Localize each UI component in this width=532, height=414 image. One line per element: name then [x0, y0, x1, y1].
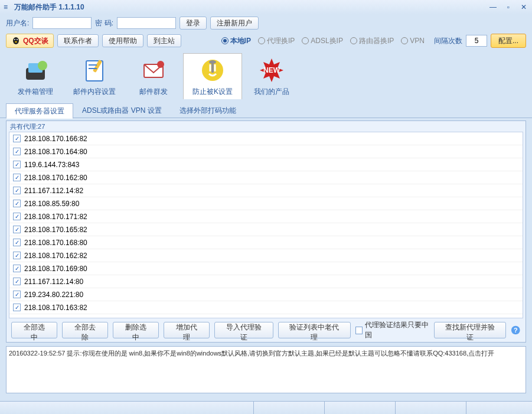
outbox-icon	[21, 56, 50, 84]
contact-button[interactable]: 联系作者	[57, 34, 99, 47]
proxy-row[interactable]: ✓219.234.80.221:80	[9, 288, 523, 301]
proxy-row[interactable]: ✓119.6.144.73:843	[9, 158, 523, 171]
add-proxy-button[interactable]: 增加代理	[164, 322, 210, 338]
proxy-address: 218.108.85.59:80	[24, 200, 79, 208]
proxy-panel: 共有代理:27 ✓218.108.170.166:82✓218.108.170.…	[6, 120, 526, 343]
proxy-row[interactable]: ✓218.108.170.171:82	[9, 210, 523, 223]
proxy-address: 218.108.170.162:82	[24, 252, 87, 260]
delete-selected-button[interactable]: 删除选中	[113, 322, 159, 338]
svg-text:?: ?	[514, 327, 518, 334]
select-all-button[interactable]: 全部选中	[11, 322, 57, 338]
checkbox-icon[interactable]: ✓	[13, 174, 21, 181]
ribbon-products[interactable]: NEW 我们的产品	[242, 53, 301, 99]
ribbon-send[interactable]: 邮件群发	[124, 53, 183, 99]
proxy-row[interactable]: ✓218.108.170.162:82	[9, 249, 523, 262]
status-cell-5	[466, 402, 532, 414]
ribbon-outbox[interactable]: 发件箱管理	[6, 53, 65, 99]
radio-local-ip[interactable]: 本地IP	[221, 36, 251, 46]
find-new-button[interactable]: 查找新代理并验证	[434, 322, 506, 338]
titlebar: ≡ 万能邮件助手 1.1.1.10	[0, 0, 532, 14]
checkbox-icon[interactable]: ✓	[13, 239, 21, 246]
login-button[interactable]: 登录	[179, 17, 207, 30]
proxy-address: 218.108.170.171:82	[24, 213, 87, 221]
login-row: 用户名: 密 码: 登录 注册新用户	[0, 14, 532, 32]
app-icon: ≡	[4, 4, 11, 11]
proxy-row[interactable]: ✓218.108.170.166:82	[9, 132, 523, 145]
remove-all-button[interactable]: 全部去除	[62, 322, 108, 338]
verify-old-button[interactable]: 验证列表中老代理	[278, 322, 350, 338]
checkbox-icon[interactable]: ✓	[13, 187, 21, 194]
ribbon-send-label: 邮件群发	[139, 87, 168, 97]
interval-input[interactable]	[466, 35, 487, 47]
close-button[interactable]: ✕	[519, 2, 528, 12]
qq-label: QQ交谈	[23, 36, 48, 46]
checkbox-icon[interactable]: ✓	[13, 304, 21, 311]
tab-adsl[interactable]: ADSL或路由器 VPN 设置	[73, 103, 171, 118]
proxy-row[interactable]: ✓218.108.85.59:80	[9, 197, 523, 210]
svg-text:NEW: NEW	[263, 66, 280, 74]
checkbox-icon[interactable]: ✓	[13, 265, 21, 272]
checkbox-icon[interactable]: ✓	[13, 226, 21, 233]
minimize-button[interactable]: —	[488, 2, 498, 12]
proxy-list[interactable]: ✓218.108.170.166:82✓218.108.170.164:80✓1…	[9, 132, 523, 318]
statusbar	[0, 401, 532, 414]
proxy-row[interactable]: ✓218.108.170.163:82	[9, 301, 523, 314]
proxy-address: 218.108.170.164:80	[24, 148, 87, 156]
radio-router-ip[interactable]: 路由器换IP	[350, 36, 394, 46]
tab-proxy[interactable]: 代理服务器设置	[6, 103, 73, 119]
china-only-checkbox[interactable]: 代理验证结果只要中国	[355, 320, 430, 340]
proxy-row[interactable]: ✓211.167.112.14:82	[9, 184, 523, 197]
proxy-address: 211.167.112.14:80	[24, 278, 83, 286]
svg-point-15	[209, 60, 216, 64]
config-button[interactable]: 配置...	[491, 34, 526, 48]
proxy-row[interactable]: ✓218.108.170.165:82	[9, 223, 523, 236]
proxy-row[interactable]: ✓211.167.112.14:80	[9, 275, 523, 288]
username-input[interactable]	[32, 17, 92, 29]
svg-point-3	[15, 41, 17, 43]
proxy-address: 218.108.170.169:80	[24, 265, 87, 273]
svg-point-12	[157, 61, 164, 68]
checkbox-icon	[355, 327, 363, 334]
checkbox-icon[interactable]: ✓	[13, 291, 21, 298]
proxy-address: 218.108.170.168:80	[24, 239, 87, 247]
register-button[interactable]: 注册新用户	[210, 17, 259, 30]
proxy-address: 218.108.170.163:82	[24, 304, 87, 312]
radio-proxy-ip[interactable]: 代理换IP	[258, 36, 295, 46]
svg-rect-9	[89, 64, 97, 66]
window-title: 万能邮件助手 1.1.1.10	[14, 2, 84, 12]
maximize-button[interactable]: ▫	[504, 2, 513, 12]
password-label: 密 码:	[95, 18, 113, 28]
qq-icon	[11, 36, 21, 45]
proxy-row[interactable]: ✓218.108.170.162:80	[9, 171, 523, 184]
proxy-row[interactable]: ✓218.108.170.164:80	[9, 145, 523, 158]
ribbon-antik-label: 防止被K设置	[192, 87, 233, 97]
password-input[interactable]	[117, 17, 176, 29]
new-icon: NEW	[257, 56, 286, 84]
ribbon-antik[interactable]: 防止被K设置	[183, 53, 242, 99]
status-cell-3	[325, 402, 396, 414]
checkbox-icon[interactable]: ✓	[13, 135, 21, 142]
ribbon-content[interactable]: 邮件内容设置	[65, 53, 124, 99]
help-icon[interactable]: ?	[511, 325, 521, 335]
window-controls: — ▫ ✕	[488, 2, 528, 12]
qq-chat-button[interactable]: QQ交谈	[6, 34, 54, 48]
home-button[interactable]: 到主站	[147, 34, 181, 47]
import-verify-button[interactable]: 导入代理验证	[214, 322, 273, 338]
svg-point-0	[13, 37, 19, 44]
radio-vpn[interactable]: VPN	[401, 37, 425, 45]
tab-external[interactable]: 选择外部打码功能	[171, 103, 245, 118]
svg-point-6	[38, 61, 47, 70]
radio-adsl-ip[interactable]: ADSL换IP	[302, 36, 343, 46]
svg-rect-14	[211, 63, 214, 73]
checkbox-icon[interactable]: ✓	[13, 252, 21, 259]
checkbox-icon[interactable]: ✓	[13, 200, 21, 207]
proxy-address: 211.167.112.14:82	[24, 187, 83, 195]
log-area[interactable]: 20160322-19:52:57 提示:你现在使用的是 win8,如果你不是w…	[6, 346, 526, 393]
checkbox-icon[interactable]: ✓	[13, 278, 21, 285]
proxy-row[interactable]: ✓218.108.170.169:80	[9, 262, 523, 275]
checkbox-icon[interactable]: ✓	[13, 148, 21, 155]
checkbox-icon[interactable]: ✓	[13, 161, 21, 168]
proxy-row[interactable]: ✓218.108.170.168:80	[9, 236, 523, 249]
checkbox-icon[interactable]: ✓	[13, 213, 21, 220]
help-button[interactable]: 使用帮助	[102, 34, 143, 47]
